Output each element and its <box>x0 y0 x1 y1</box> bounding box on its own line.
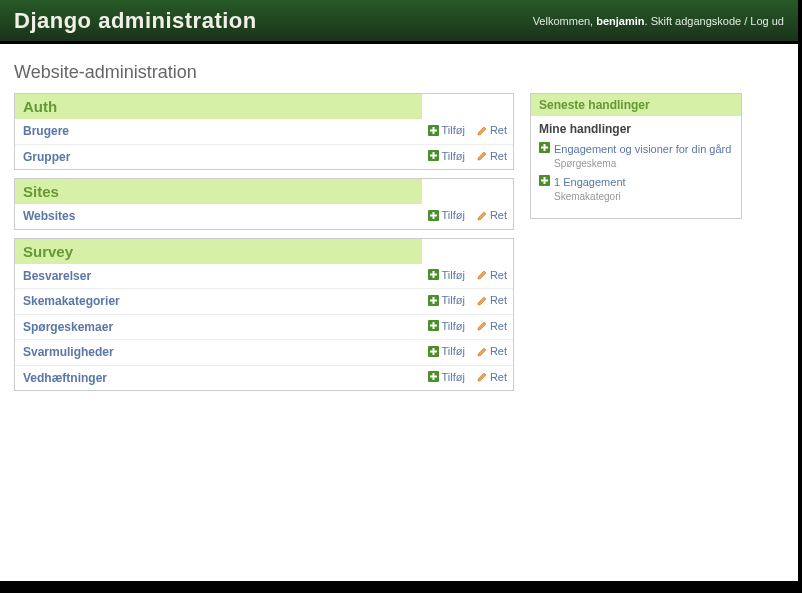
change-link[interactable]: Ret <box>477 150 507 162</box>
change-link[interactable]: Ret <box>477 345 507 357</box>
my-actions-heading: Mine handlinger <box>539 122 733 136</box>
add-link[interactable]: Tilføj <box>428 320 464 332</box>
recent-action-item: Engagement og visioner for din gård <box>539 142 733 156</box>
model-row: Brugere Tilføj Ret <box>15 119 513 144</box>
recent-actions-module: Seneste handlinger Mine handlinger Engag… <box>530 93 742 219</box>
plus-icon <box>428 320 439 331</box>
plus-icon <box>428 269 439 280</box>
recent-action-link[interactable]: 1 Engagement <box>554 175 626 189</box>
app-caption: Sites <box>15 179 422 204</box>
svg-rect-26 <box>541 147 548 149</box>
change-password-link[interactable]: Skift adgangskode <box>651 15 742 27</box>
svg-rect-17 <box>430 325 437 327</box>
svg-rect-2 <box>430 129 437 131</box>
plus-icon <box>539 142 550 153</box>
svg-rect-23 <box>430 376 437 378</box>
change-link[interactable]: Ret <box>477 124 507 136</box>
plus-icon <box>428 295 439 306</box>
pencil-icon <box>477 269 488 280</box>
pencil-icon <box>477 210 488 221</box>
plus-icon <box>428 210 439 221</box>
branding: Django administration <box>14 8 257 34</box>
svg-rect-20 <box>430 350 437 352</box>
app-module-auth: Auth Brugere Tilføj Ret Grupper Tilføj R… <box>14 93 514 170</box>
recent-actions-caption: Seneste handlinger <box>531 94 741 116</box>
add-link[interactable]: Tilføj <box>428 371 464 383</box>
user-tools: Velkommen, benjamin. Skift adgangskode /… <box>533 15 784 27</box>
username: benjamin <box>596 15 644 27</box>
welcome-text: Velkommen, <box>533 15 597 27</box>
change-link[interactable]: Ret <box>477 209 507 221</box>
app-caption: Survey <box>15 239 422 264</box>
svg-rect-5 <box>430 155 437 157</box>
header: Django administration Velkommen, benjami… <box>0 0 798 44</box>
recent-action-type: Skemakategori <box>554 191 733 202</box>
model-link[interactable]: Besvarelser <box>23 269 91 283</box>
app-caption: Auth <box>15 94 422 119</box>
model-link[interactable]: Skemakategorier <box>23 294 120 308</box>
pencil-icon <box>477 346 488 357</box>
model-link[interactable]: Spørgeskemaer <box>23 320 113 334</box>
svg-rect-8 <box>430 214 437 216</box>
change-link[interactable]: Ret <box>477 320 507 332</box>
pencil-icon <box>477 150 488 161</box>
model-row: Svarmuligheder Tilføj Ret <box>15 340 513 366</box>
page-title: Website-administration <box>14 62 784 83</box>
plus-icon <box>428 371 439 382</box>
recent-action-link[interactable]: Engagement og visioner for din gård <box>554 142 731 156</box>
svg-rect-14 <box>430 299 437 301</box>
add-link[interactable]: Tilføj <box>428 294 464 306</box>
change-link[interactable]: Ret <box>477 269 507 281</box>
add-link[interactable]: Tilføj <box>428 345 464 357</box>
pencil-icon <box>477 295 488 306</box>
model-link[interactable]: Grupper <box>23 150 70 164</box>
app-module-survey: Survey Besvarelser Tilføj Ret Skemakateg… <box>14 238 514 392</box>
change-link[interactable]: Ret <box>477 294 507 306</box>
add-link[interactable]: Tilføj <box>428 124 464 136</box>
add-link[interactable]: Tilføj <box>428 150 464 162</box>
plus-icon <box>428 150 439 161</box>
plus-icon <box>428 125 439 136</box>
model-row: Besvarelser Tilføj Ret <box>15 264 513 289</box>
pencil-icon <box>477 125 488 136</box>
model-row: Vedhæftninger Tilføj Ret <box>15 365 513 390</box>
app-module-sites: Sites Websites Tilføj Ret <box>14 178 514 230</box>
pencil-icon <box>477 371 488 382</box>
add-link[interactable]: Tilføj <box>428 269 464 281</box>
recent-action-type: Spørgeskema <box>554 158 733 169</box>
model-row: Grupper Tilføj Ret <box>15 144 513 169</box>
model-row: Websites Tilføj Ret <box>15 204 513 229</box>
model-row: Skemakategorier Tilføj Ret <box>15 289 513 315</box>
logout-link[interactable]: Log ud <box>750 15 784 27</box>
model-link[interactable]: Brugere <box>23 124 69 138</box>
recent-action-item: 1 Engagement <box>539 175 733 189</box>
change-link[interactable]: Ret <box>477 371 507 383</box>
svg-rect-29 <box>541 180 548 182</box>
add-link[interactable]: Tilføj <box>428 209 464 221</box>
plus-icon <box>428 346 439 357</box>
plus-icon <box>539 175 550 186</box>
app-list: Auth Brugere Tilføj Ret Grupper Tilføj R… <box>14 93 514 399</box>
model-link[interactable]: Vedhæftninger <box>23 371 107 385</box>
svg-rect-11 <box>430 274 437 276</box>
model-link[interactable]: Svarmuligheder <box>23 345 114 359</box>
model-row: Spørgeskemaer Tilføj Ret <box>15 314 513 340</box>
pencil-icon <box>477 320 488 331</box>
model-link[interactable]: Websites <box>23 209 75 223</box>
